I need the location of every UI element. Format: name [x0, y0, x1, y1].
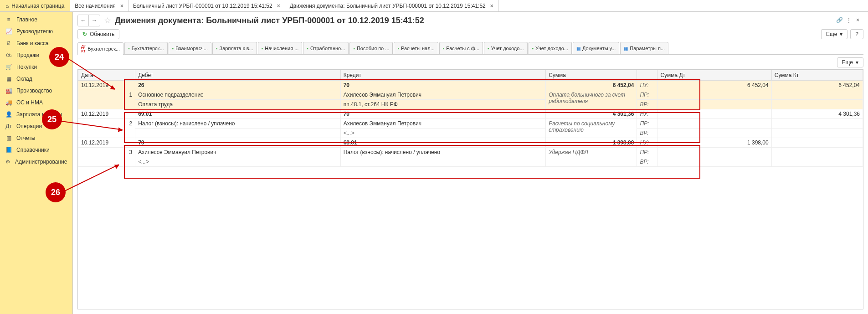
cell-date[interactable]: 10.12.2019: [78, 81, 135, 90]
sidebar-item-catalogs[interactable]: 📘Справочники: [0, 144, 72, 156]
sidebar-item-admin[interactable]: ⚙Администрирование: [0, 156, 72, 168]
reg-tab-label: Учет доходо...: [491, 46, 524, 51]
cell-nu-kt[interactable]: 6 452,04: [771, 81, 863, 90]
reg-tab[interactable]: ▦Параметры п...: [620, 42, 668, 54]
content: ← → ☆ Движения документа: Больничный лис…: [73, 12, 868, 314]
cell-debit-acct[interactable]: 70: [135, 138, 341, 148]
cell-vr-label: ВР:: [637, 129, 657, 138]
more-button[interactable]: Еще ▾: [821, 29, 847, 39]
cell-nu-kt[interactable]: 4 301,36: [771, 109, 863, 119]
cell-debit-l2[interactable]: Оплата труда: [135, 100, 341, 109]
cell-debit-l2[interactable]: <...>: [135, 157, 341, 167]
reg-tab[interactable]: ▪Бухгалтерск...: [124, 42, 167, 54]
sidebar-item-warehouse[interactable]: ▦Склад: [0, 73, 72, 85]
menu-icon: ≡: [5, 16, 12, 23]
reg-tab[interactable]: ▪Отработанно...: [303, 42, 349, 54]
sidebar-item-manager[interactable]: 📈Руководителю: [0, 26, 72, 37]
col-sum[interactable]: Сумма: [546, 70, 637, 81]
tab-item[interactable]: Все начисления ×: [70, 0, 128, 11]
register-icon: ▪: [443, 46, 445, 51]
more-icon[interactable]: ⋮: [846, 17, 853, 24]
cell-nu-dt[interactable]: 6 452,04: [657, 81, 771, 90]
cell-credit-acct[interactable]: 68.01: [340, 138, 546, 148]
help-button[interactable]: ?: [850, 29, 863, 39]
cell-nu-dt[interactable]: 1 398,00: [657, 138, 771, 148]
cell-credit-acct[interactable]: 70: [340, 109, 546, 119]
cell-sum-desc: Удержан НДФЛ: [546, 148, 637, 167]
col-sum-kt[interactable]: Сумма Кт: [771, 70, 863, 81]
sidebar-item-main[interactable]: ≡Главное: [0, 14, 72, 26]
tab-label: Больничный лист УРБП-000001 от 10.12.201…: [133, 3, 272, 9]
reg-tab[interactable]: ▪Расчеты нал...: [394, 42, 438, 54]
cell-debit-l1[interactable]: Ахилесов Эммануил Петрович: [135, 148, 341, 157]
cell-sum[interactable]: 6 452,04: [546, 81, 637, 90]
cell-credit-l2[interactable]: пп.48.1, ст.264 НК РФ: [340, 100, 546, 109]
link-icon[interactable]: 🔗: [836, 17, 843, 24]
start-page-tab[interactable]: ⌂ Начальная страница: [0, 0, 70, 11]
cell-nu-dt[interactable]: [657, 109, 771, 119]
reg-tab[interactable]: ▪Начисления ...: [258, 42, 303, 54]
more-label: Еще: [842, 59, 853, 66]
start-page-label: Начальная страница: [11, 3, 64, 9]
more-label: Еще: [826, 31, 837, 37]
close-icon[interactable]: ×: [490, 3, 493, 9]
col-credit[interactable]: Кредит: [340, 70, 546, 81]
cell-idx: 1: [78, 90, 135, 109]
cell-debit-l2[interactable]: [135, 129, 341, 138]
dtkt-icon: Дт: [5, 123, 12, 129]
reg-tab[interactable]: ▪Пособия по ...: [349, 42, 393, 54]
sidebar-item-production[interactable]: 🏭Производство: [0, 85, 72, 97]
col-sum-dt[interactable]: Сумма Дт: [657, 70, 771, 81]
sidebar-item-assets[interactable]: 🚚ОС и НМА: [0, 97, 72, 108]
cell-nu-label: НУ:: [637, 81, 657, 90]
refresh-button[interactable]: ↻ Обновить: [77, 29, 119, 39]
cell-credit-l2[interactable]: <...>: [340, 129, 546, 138]
reg-tab-label: Начисления ...: [265, 46, 298, 51]
reg-tab[interactable]: ▪Расчеты с ф...: [439, 42, 483, 54]
sub-more-button[interactable]: Еще ▾: [837, 57, 863, 67]
reg-tab[interactable]: ▪Зарплата к в...: [212, 42, 257, 54]
reg-tab-label: Взаиморасч...: [175, 46, 208, 51]
reg-tab[interactable]: ▪Учет доходо...: [484, 42, 527, 54]
cell-credit-l2[interactable]: [340, 157, 546, 167]
register-icon: ▪: [262, 46, 263, 51]
tab-item[interactable]: Больничный лист УРБП-000001 от 10.12.201…: [128, 0, 285, 11]
col-debit[interactable]: Дебет: [135, 70, 341, 81]
cell-sum[interactable]: 1 398,00: [546, 138, 637, 148]
close-icon[interactable]: ×: [277, 3, 280, 9]
reg-tab-accounting[interactable]: ДтКтБухгалтерск...: [77, 42, 123, 55]
cell-credit-l1[interactable]: Ахилесов Эммануил Петрович: [340, 90, 546, 100]
cell-date[interactable]: 10.12.2019: [78, 109, 135, 119]
close-icon[interactable]: ×: [120, 3, 123, 9]
cart-icon: 🛒: [5, 64, 12, 70]
sidebar-item-reports[interactable]: ▥Отчеты: [0, 132, 72, 144]
register-icon: ▪: [216, 46, 218, 51]
cell-nu-kt[interactable]: [771, 138, 863, 148]
reg-tab[interactable]: ▪Учет доходо...: [529, 42, 572, 54]
cell-credit-acct[interactable]: 70: [340, 81, 546, 90]
postings-grid[interactable]: Дата Дебет Кредит Сумма Сумма Дт Сумма К…: [77, 69, 863, 309]
reg-tab-label: Отработанно...: [310, 46, 345, 51]
cell-sum-desc: Расчеты по социальному страхованию: [546, 119, 637, 138]
tab-item-active[interactable]: Движения документа: Больничный лист УРБП…: [285, 0, 498, 11]
cell-debit-l1[interactable]: Основное подразделение: [135, 90, 341, 100]
tab-label: Все начисления: [75, 3, 116, 9]
cell-sum[interactable]: 4 301,36: [546, 109, 637, 119]
cell-debit-acct[interactable]: 69.01: [135, 109, 341, 119]
cell-date[interactable]: 10.12.2019: [78, 138, 135, 148]
cell-credit-l1[interactable]: Налог (взносы): начислено / уплачено: [340, 148, 546, 157]
sidebar-label: Главное: [16, 16, 37, 23]
star-icon[interactable]: ☆: [104, 15, 111, 26]
tab-label: Движения документа: Больничный лист УРБП…: [290, 3, 486, 9]
cell-credit-l1[interactable]: Ахилесов Эммануил Петрович: [340, 119, 546, 129]
register-icon: ▪: [128, 46, 130, 51]
cell-debit-l1[interactable]: Налог (взносы): начислено / уплачено: [135, 119, 341, 129]
help-label: ?: [855, 31, 858, 37]
reg-tab[interactable]: ▪Взаиморасч...: [169, 42, 211, 54]
reg-tab[interactable]: ▦Документы у...: [573, 42, 619, 54]
cell-debit-acct[interactable]: 26: [135, 81, 341, 90]
forward-button[interactable]: →: [89, 15, 100, 26]
sidebar-label: Покупки: [16, 64, 37, 70]
back-button[interactable]: ←: [78, 15, 89, 26]
close-page-icon[interactable]: ×: [856, 17, 863, 24]
